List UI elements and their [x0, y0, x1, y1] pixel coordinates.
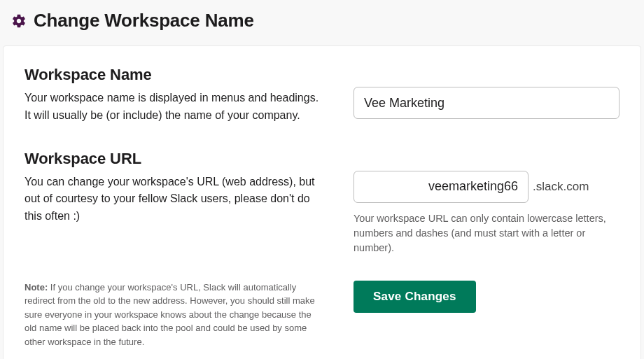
gear-icon	[11, 13, 27, 29]
page-title: Change Workspace Name	[34, 10, 254, 31]
workspace-name-input[interactable]	[354, 87, 620, 119]
workspace-url-row: .slack.com	[354, 171, 620, 203]
workspace-url-help: Your workspace URL can only contain lowe…	[354, 211, 620, 255]
workspace-name-left: Workspace Name Your workspace name is di…	[24, 66, 326, 125]
page-header: Change Workspace Name	[0, 0, 644, 45]
workspace-name-heading: Workspace Name	[24, 66, 326, 84]
workspace-name-section: Workspace Name Your workspace name is di…	[24, 66, 620, 125]
workspace-url-left: Workspace URL You can change your worksp…	[24, 150, 326, 255]
workspace-url-input[interactable]	[354, 171, 528, 203]
workspace-url-right: .slack.com Your workspace URL can only c…	[354, 150, 620, 255]
workspace-name-description: Your workspace name is displayed in menu…	[24, 90, 326, 125]
save-changes-button[interactable]: Save Changes	[354, 281, 476, 313]
note-body: If you change your workspace's URL, Slac…	[24, 282, 315, 347]
note-label: Note:	[24, 282, 48, 293]
workspace-url-heading: Workspace URL	[24, 150, 326, 168]
workspace-url-section: Workspace URL You can change your worksp…	[24, 150, 620, 255]
note-text: Note: If you change your workspace's URL…	[24, 281, 326, 349]
note-row: Note: If you change your workspace's URL…	[24, 281, 620, 349]
workspace-name-right	[354, 66, 620, 125]
settings-panel: Workspace Name Your workspace name is di…	[3, 45, 641, 359]
workspace-url-description: You can change your workspace's URL (web…	[24, 174, 326, 225]
actions-area: Save Changes	[354, 281, 620, 313]
workspace-url-suffix: .slack.com	[533, 180, 589, 194]
